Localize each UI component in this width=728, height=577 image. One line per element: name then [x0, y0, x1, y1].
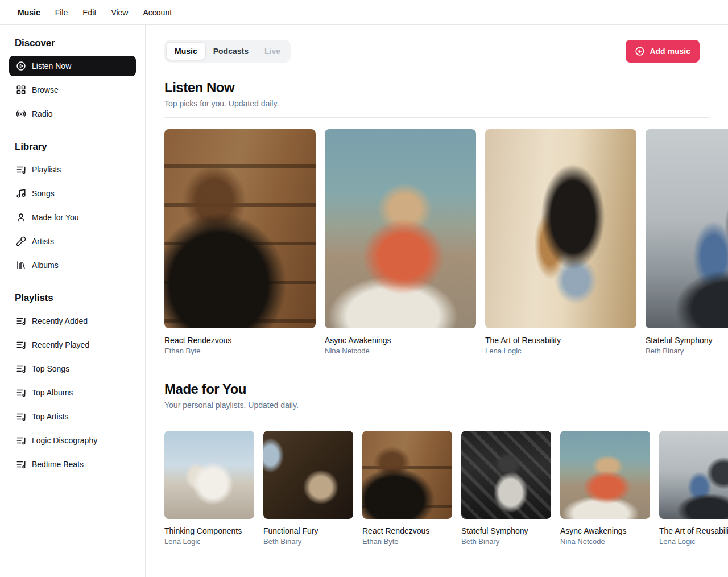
album-artist: Ethan Byte — [164, 347, 316, 355]
album-cover[interactable] — [560, 431, 650, 519]
sidebar-item-label: Browse — [32, 85, 59, 94]
sidebar-item-label: Top Albums — [32, 388, 73, 397]
play-circle-icon — [16, 61, 26, 71]
album-cover[interactable] — [646, 129, 728, 328]
playlist-icon — [16, 388, 26, 398]
album-cover[interactable] — [461, 431, 551, 519]
plus-circle-icon — [635, 46, 645, 56]
playlist-icon — [16, 164, 26, 175]
album-artist: Ethan Byte — [362, 537, 452, 546]
sidebar-item-listen-now[interactable]: Listen Now — [9, 56, 136, 76]
sidebar-item-label: Recently Added — [32, 316, 88, 325]
content-header: Music Podcasts Live Add music — [164, 40, 728, 63]
album-artist: Lena Logic — [164, 537, 254, 546]
sidebar-item-label: Bedtime Beats — [32, 460, 84, 469]
sidebar-item-recently-played[interactable]: Recently Played — [9, 335, 136, 355]
sidebar-item-browse[interactable]: Browse — [9, 80, 136, 100]
sidebar-section-discover: Discover Listen Now Browse Radio — [9, 38, 136, 124]
menu-item-view[interactable]: View — [104, 5, 135, 20]
album-card[interactable]: Stateful Symphony Beth Binary — [461, 431, 551, 546]
main-content: Music Podcasts Live Add music Listen Now… — [146, 25, 728, 577]
sidebar-section-title: Library — [9, 141, 136, 153]
menu-item-edit[interactable]: Edit — [75, 5, 104, 20]
menu-item-file[interactable]: File — [48, 5, 76, 20]
menu-item-music[interactable]: Music — [10, 5, 48, 20]
album-card[interactable]: Async Awakenings Nina Netcode — [325, 129, 476, 355]
sidebar-item-albums[interactable]: Albums — [9, 255, 136, 275]
separator — [164, 117, 709, 118]
menubar: Music File Edit View Account — [0, 0, 728, 25]
album-card[interactable]: Thinking Components Lena Logic — [164, 431, 254, 546]
album-title: Thinking Components — [164, 526, 254, 535]
album-card[interactable]: React Rendezvous Ethan Byte — [164, 129, 316, 355]
album-artist: Beth Binary — [263, 537, 353, 546]
album-title: Stateful Symphony — [461, 526, 551, 535]
tab-live[interactable]: Live — [257, 43, 288, 60]
album-cover[interactable] — [485, 129, 636, 328]
sidebar-item-recently-added[interactable]: Recently Added — [9, 311, 136, 331]
album-artist: Lena Logic — [659, 537, 728, 546]
music-note-icon — [16, 188, 26, 199]
user-icon — [16, 212, 26, 222]
album-title: Async Awakenings — [560, 526, 650, 535]
sidebar-item-top-artists[interactable]: Top Artists — [9, 406, 136, 427]
radio-icon — [16, 109, 26, 119]
section-subtitle: Top picks for you. Updated daily. — [164, 99, 709, 108]
album-title: The Art of Reusability — [485, 336, 636, 345]
made-for-you-card-row: Thinking Components Lena Logic Functiona… — [164, 431, 728, 546]
sidebar-item-label: Artists — [32, 237, 54, 246]
album-artist: Nina Netcode — [560, 537, 650, 546]
tab-podcasts[interactable]: Podcasts — [205, 43, 257, 60]
separator — [164, 419, 709, 419]
sidebar-item-label: Radio — [32, 109, 53, 118]
album-card[interactable]: Stateful Symphony Beth Binary — [646, 129, 728, 355]
album-cover[interactable] — [659, 431, 728, 519]
sidebar: Discover Listen Now Browse Radio — [0, 25, 146, 577]
sidebar-section-title: Discover — [9, 38, 136, 49]
sidebar-item-radio[interactable]: Radio — [9, 104, 136, 124]
album-title: Stateful Symphony — [646, 336, 728, 345]
sidebar-item-bedtime-beats[interactable]: Bedtime Beats — [9, 454, 136, 475]
album-card[interactable]: React Rendezvous Ethan Byte — [362, 431, 452, 546]
album-card[interactable]: The Art of Reusability Lena Logic — [485, 129, 636, 355]
album-artist: Beth Binary — [461, 537, 551, 546]
sidebar-item-label: Playlists — [32, 165, 61, 174]
grid-icon — [16, 85, 26, 95]
album-artist: Lena Logic — [485, 347, 636, 355]
section-subtitle: Your personal playlists. Updated daily. — [164, 401, 709, 410]
add-music-button[interactable]: Add music — [626, 40, 700, 63]
playlist-icon — [16, 340, 26, 350]
album-title: Async Awakenings — [325, 336, 476, 345]
playlist-icon — [16, 459, 26, 469]
section-title-listen-now: Listen Now — [164, 80, 709, 96]
sidebar-item-made-for-you[interactable]: Made for You — [9, 207, 136, 228]
album-cover[interactable] — [263, 431, 353, 519]
album-cover[interactable] — [325, 129, 476, 328]
sidebar-item-top-albums[interactable]: Top Albums — [9, 382, 136, 403]
album-artist: Beth Binary — [646, 347, 728, 355]
sidebar-item-artists[interactable]: Artists — [9, 231, 136, 252]
album-card[interactable]: Functional Fury Beth Binary — [263, 431, 353, 546]
album-cover[interactable] — [362, 431, 452, 519]
menu-item-account[interactable]: Account — [135, 5, 179, 20]
album-cover[interactable] — [164, 431, 254, 519]
library-icon — [16, 260, 26, 270]
album-card[interactable]: The Art of Reusability Lena Logic — [659, 431, 728, 546]
album-title: Functional Fury — [263, 526, 353, 535]
sidebar-item-top-songs[interactable]: Top Songs — [9, 358, 136, 379]
sidebar-section-library: Library Playlists Songs Made for You — [9, 141, 136, 275]
sidebar-item-label: Listen Now — [32, 61, 71, 71]
playlist-icon — [16, 411, 26, 422]
playlist-icon — [16, 435, 26, 446]
sidebar-item-logic-discography[interactable]: Logic Discography — [9, 430, 136, 451]
sidebar-item-label: Recently Played — [32, 340, 89, 349]
album-card[interactable]: Async Awakenings Nina Netcode — [560, 431, 650, 546]
album-title: React Rendezvous — [362, 526, 452, 535]
microphone-icon — [16, 236, 26, 246]
tab-music[interactable]: Music — [167, 43, 205, 60]
sidebar-item-playlists[interactable]: Playlists — [9, 159, 136, 180]
sidebar-item-label: Songs — [32, 189, 55, 198]
album-cover[interactable] — [164, 129, 316, 328]
playlist-icon — [16, 316, 26, 326]
sidebar-item-songs[interactable]: Songs — [9, 183, 136, 204]
